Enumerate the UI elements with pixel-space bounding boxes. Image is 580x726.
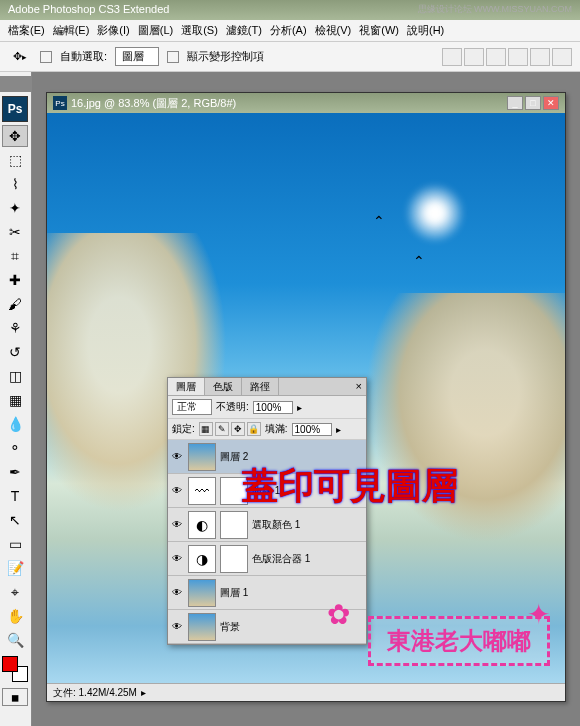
move-tool[interactable]: ✥ — [2, 125, 28, 147]
menu-filter[interactable]: 濾鏡(T) — [222, 21, 266, 40]
canvas-area: Ps 16.jpg @ 83.8% (圖層 2, RGB/8#) _ □ ✕ ⌃… — [32, 72, 580, 726]
sun-element — [405, 183, 465, 243]
menu-image[interactable]: 影像(I) — [93, 21, 133, 40]
type-tool[interactable]: T — [2, 485, 28, 507]
layer-mask[interactable] — [220, 545, 248, 573]
menu-edit[interactable]: 編輯(E) — [49, 21, 94, 40]
lock-icons: ▦ ✎ ✥ 🔒 — [199, 422, 261, 436]
visibility-icon[interactable]: 👁 — [170, 620, 184, 634]
history-brush-tool[interactable]: ↺ — [2, 341, 28, 363]
marquee-tool[interactable]: ⬚ — [2, 149, 28, 171]
align-btn-5[interactable] — [530, 48, 550, 66]
transform-checkbox[interactable] — [167, 51, 179, 63]
toolbox-header[interactable] — [0, 76, 31, 92]
wand-tool[interactable]: ✦ — [2, 197, 28, 219]
shape-tool[interactable]: ▭ — [2, 533, 28, 555]
tab-layers[interactable]: 圖層 — [168, 378, 205, 395]
stamp-tool[interactable]: ⚘ — [2, 317, 28, 339]
lock-pixels-icon[interactable]: ✎ — [215, 422, 229, 436]
hand-tool[interactable]: ✋ — [2, 605, 28, 627]
blend-mode-select[interactable]: 正常 — [172, 399, 212, 415]
adjustment-thumbnail[interactable]: 〰 — [188, 477, 216, 505]
layer-item[interactable]: 👁 ◑ 色版混合器 1 — [168, 542, 366, 576]
visibility-icon[interactable]: 👁 — [170, 484, 184, 498]
layer-thumbnail[interactable] — [188, 613, 216, 641]
document-title: 16.jpg @ 83.8% (圖層 2, RGB/8#) — [71, 96, 236, 111]
adjustment-thumbnail[interactable]: ◐ — [188, 511, 216, 539]
watermark-stamp: 東港老大嘟嘟 — [368, 616, 550, 666]
workspace: Ps ✥ ⬚ ⌇ ✦ ✂ ⌗ ✚ 🖌 ⚘ ↺ ◫ ▦ 💧 ⚬ ✒ T ↖ ▭ 📝… — [0, 72, 580, 726]
lock-label: 鎖定: — [172, 422, 195, 436]
slice-tool[interactable]: ⌗ — [2, 245, 28, 267]
panel-close-icon[interactable]: × — [352, 378, 366, 395]
layer-name[interactable]: 選取顏色 1 — [252, 518, 364, 532]
align-btn-2[interactable] — [464, 48, 484, 66]
panel-tabs: 圖層 色版 路徑 × — [168, 378, 366, 396]
layer-thumbnail[interactable] — [188, 579, 216, 607]
document-titlebar[interactable]: Ps 16.jpg @ 83.8% (圖層 2, RGB/8#) _ □ ✕ — [47, 93, 565, 113]
opacity-arrow-icon[interactable]: ▸ — [297, 402, 302, 413]
menu-view[interactable]: 檢視(V) — [311, 21, 356, 40]
watermark-text: 思缘设计论坛 WWW.MISSYUAN.COM — [418, 3, 573, 17]
dodge-tool[interactable]: ⚬ — [2, 437, 28, 459]
transform-label: 顯示變形控制項 — [187, 49, 264, 64]
visibility-icon[interactable]: 👁 — [170, 450, 184, 464]
menu-analysis[interactable]: 分析(A) — [266, 21, 311, 40]
lock-transparency-icon[interactable]: ▦ — [199, 422, 213, 436]
auto-select-dropdown[interactable]: 圖層 — [115, 47, 159, 66]
blend-opacity-row: 正常 不透明: ▸ — [168, 396, 366, 419]
adjustment-thumbnail[interactable]: ◑ — [188, 545, 216, 573]
menu-help[interactable]: 說明(H) — [403, 21, 448, 40]
pen-tool[interactable]: ✒ — [2, 461, 28, 483]
maximize-button[interactable]: □ — [525, 96, 541, 110]
align-btn-4[interactable] — [508, 48, 528, 66]
visibility-icon[interactable]: 👁 — [170, 518, 184, 532]
blur-tool[interactable]: 💧 — [2, 413, 28, 435]
app-titlebar: Adobe Photoshop CS3 Extended 思缘设计论坛 WWW.… — [0, 0, 580, 20]
path-tool[interactable]: ↖ — [2, 509, 28, 531]
status-arrow-icon[interactable]: ▸ — [141, 687, 146, 698]
toolbox: Ps ✥ ⬚ ⌇ ✦ ✂ ⌗ ✚ 🖌 ⚘ ↺ ◫ ▦ 💧 ⚬ ✒ T ↖ ▭ 📝… — [0, 72, 32, 726]
eraser-tool[interactable]: ◫ — [2, 365, 28, 387]
eyedropper-tool[interactable]: ⌖ — [2, 581, 28, 603]
crop-tool[interactable]: ✂ — [2, 221, 28, 243]
fill-input[interactable] — [292, 423, 332, 436]
app-title: Adobe Photoshop CS3 Extended — [8, 3, 169, 17]
color-swatches[interactable] — [2, 656, 28, 682]
lock-all-icon[interactable]: 🔒 — [247, 422, 261, 436]
close-button[interactable]: ✕ — [543, 96, 559, 110]
menu-select[interactable]: 選取(S) — [177, 21, 222, 40]
file-size-status: 文件: 1.42M/4.25M — [53, 686, 137, 700]
foreground-color[interactable] — [2, 656, 18, 672]
layer-name[interactable]: 色版混合器 1 — [252, 552, 364, 566]
tab-channels[interactable]: 色版 — [205, 378, 242, 395]
move-tool-icon: ✥▸ — [8, 45, 32, 69]
heal-tool[interactable]: ✚ — [2, 269, 28, 291]
lock-position-icon[interactable]: ✥ — [231, 422, 245, 436]
menu-window[interactable]: 視窗(W) — [355, 21, 403, 40]
gradient-tool[interactable]: ▦ — [2, 389, 28, 411]
align-btn-6[interactable] — [552, 48, 572, 66]
layer-thumbnail[interactable] — [188, 443, 216, 471]
layer-item[interactable]: 👁 ◐ 選取顏色 1 — [168, 508, 366, 542]
visibility-icon[interactable]: 👁 — [170, 552, 184, 566]
layer-mask[interactable] — [220, 511, 248, 539]
menu-file[interactable]: 檔案(E) — [4, 21, 49, 40]
menu-layer[interactable]: 圖層(L) — [134, 21, 177, 40]
opacity-input[interactable] — [253, 401, 293, 414]
fill-arrow-icon[interactable]: ▸ — [336, 424, 341, 435]
visibility-icon[interactable]: 👁 — [170, 586, 184, 600]
align-btn-3[interactable] — [486, 48, 506, 66]
quickmask-toggle[interactable]: ◼ — [2, 688, 28, 706]
lock-fill-row: 鎖定: ▦ ✎ ✥ 🔒 填滿: ▸ — [168, 419, 366, 440]
lasso-tool[interactable]: ⌇ — [2, 173, 28, 195]
auto-select-checkbox[interactable] — [40, 51, 52, 63]
zoom-tool[interactable]: 🔍 — [2, 629, 28, 651]
bird-icon: ⌃ — [413, 253, 425, 269]
notes-tool[interactable]: 📝 — [2, 557, 28, 579]
align-buttons — [442, 48, 572, 66]
minimize-button[interactable]: _ — [507, 96, 523, 110]
align-btn-1[interactable] — [442, 48, 462, 66]
tab-paths[interactable]: 路徑 — [242, 378, 279, 395]
brush-tool[interactable]: 🖌 — [2, 293, 28, 315]
